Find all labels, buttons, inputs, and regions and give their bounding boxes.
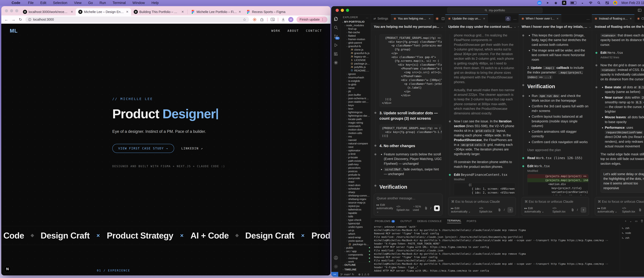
site-info-icon[interactable] — [28, 18, 31, 21]
finish-update-button[interactable]: Finish update ⋮ — [296, 16, 328, 23]
new-chat-icon[interactable]: + — [445, 25, 445, 29]
profile-avatar[interactable]: M — [288, 17, 294, 22]
explorer-more-icon[interactable]: … — [366, 16, 368, 19]
dots-icon[interactable]: … — [513, 16, 516, 20]
tree-item-locate-path[interactable]: ›locate-path — [340, 117, 371, 121]
tab-close-icon[interactable]: ✕ — [483, 17, 485, 20]
tree-item-scheduler[interactable]: ›scheduler — [340, 187, 371, 190]
command-center-search[interactable]: my-portfolio — [447, 7, 542, 13]
maximize-window-button[interactable] — [346, 9, 349, 12]
battery-icon[interactable] — [570, 1, 576, 4]
editor-tab[interactable]: Instead of floating orbs...✕ — [592, 14, 634, 23]
menu-item-go[interactable]: Go — [85, 1, 96, 5]
tab-close-icon[interactable]: ✕ — [556, 17, 558, 20]
site-nav-link-work[interactable]: WORK — [271, 29, 280, 32]
tree-item-which[interactable]: ›which — [340, 232, 371, 236]
tree-item-src-app[interactable]: ⌄src / app — [340, 250, 371, 253]
tree-item-license[interactable]: §LICENSE — [340, 58, 371, 62]
stop-button[interactable] — [434, 205, 440, 211]
tree-item-nanoid[interactable]: ›nanoid — [340, 138, 371, 142]
tree-item-shebang-command[interactable]: ›shebang-command — [340, 194, 371, 197]
attach-icon[interactable] — [424, 207, 428, 210]
tree-item-public[interactable]: ›public — [340, 246, 371, 250]
context-file-chip[interactable]: </> Splash.tsx — [552, 207, 568, 213]
send-button[interactable]: ↑ — [508, 207, 513, 213]
tree-item-isexe[interactable]: ›isexe — [340, 86, 371, 90]
terminal-dropdown-icon[interactable]: ⌄ — [630, 220, 632, 223]
menu-item-help[interactable]: Help — [148, 1, 162, 5]
control-center-icon[interactable] — [605, 1, 609, 5]
bookmark-star-icon[interactable]: ☆ — [243, 17, 246, 22]
close-window-button[interactable] — [5, 9, 8, 12]
tree-item-p-locate[interactable]: ›p-locate — [340, 156, 371, 159]
browser-tab[interactable]: localhost:3000/work/recess-s✕ — [20, 8, 76, 15]
split-terminal-icon[interactable]: ▭ — [635, 220, 638, 223]
browser-tab[interactable]: Michelle Lee – Design Engine✕ — [76, 8, 131, 15]
terminal-instance[interactable]: zsh — [622, 235, 644, 240]
tab-close-icon[interactable]: ✕ — [428, 17, 431, 20]
chat-session-header[interactable]: Update the copy under the context secti.… — [446, 23, 519, 31]
remote-indicator[interactable]: >< — [331, 272, 338, 277]
browser-tab[interactable]: Building This Portfolio – Mich✕ — [131, 8, 186, 15]
tree-item-optionator[interactable]: ›optionator — [340, 149, 371, 152]
menu-item-selection[interactable]: Selection — [50, 1, 71, 5]
editor-tab[interactable]: When I hover over the lo...✕ — [519, 14, 561, 23]
tree-item-tslib[interactable]: ›tslib — [340, 215, 371, 218]
tree-item-jiti[interactable]: ›jiti — [340, 90, 371, 93]
site-logo[interactable]: ML — [10, 28, 18, 34]
site-nav-link-about[interactable]: ABOUT — [288, 29, 299, 32]
tree-item-path-exists[interactable]: ›path-exists — [340, 159, 371, 163]
chat-messages[interactable]: <canvas> that draws each dot with opacit… — [592, 31, 644, 195]
chat-session-header[interactable]: You are helping me build my personal po.… — [371, 23, 445, 31]
slash-command-icon[interactable]: / — [577, 208, 578, 212]
account-icon[interactable] — [334, 256, 338, 260]
editor-tab[interactable]: Update the copy under th...✕ — [446, 14, 488, 23]
menu-item-window[interactable]: Window — [129, 1, 148, 5]
tree-item-glob-parent[interactable]: ›glob-parent — [340, 41, 371, 44]
tree-item-keyv[interactable]: ›keyv — [340, 103, 371, 107]
tree-item-type-check[interactable]: ›type-check — [340, 218, 371, 222]
tree-item-source-map-js[interactable]: ›source-map-js — [340, 201, 371, 204]
tree-item-undici-types[interactable]: ›undici-types — [340, 225, 371, 229]
menu-item-edit[interactable]: Edit — [37, 1, 50, 5]
tree-item-styled-jsx[interactable]: ›styled-jsx — [340, 204, 371, 208]
tree-item-motion-utils[interactable]: ›motion-utils — [340, 131, 371, 135]
back-button[interactable]: ← — [4, 17, 8, 22]
settings-gear-icon[interactable] — [334, 264, 338, 269]
nextjs-dev-badge[interactable]: N — [4, 266, 11, 272]
sidebar-section-outline[interactable]: ›OUTLINE — [340, 263, 371, 267]
edit-mode-selector[interactable]: ▸▸ Edit automatically ⌄ — [376, 203, 393, 213]
tree-item--package-lock-json[interactable]: {}.package-lock.json — [340, 243, 371, 246]
tree-item-levn[interactable]: ›levn — [340, 107, 371, 110]
tree-item-framer-motion[interactable]: ›framer-motion — [340, 37, 371, 41]
editor-tab[interactable]: ⇄Settings — [371, 14, 391, 23]
terminal-output[interactable]: error: unknown command 'auth' michelle@M… — [371, 224, 620, 272]
chat-messages[interactable]: {PRODUCT_FEATURE_GROUPS.map((fg) => ( <d… — [371, 31, 445, 192]
attach-icon[interactable] — [571, 208, 574, 212]
menu-item-file[interactable]: File — [25, 1, 37, 5]
panel-tab-terminal[interactable]: TERMINAL — [447, 219, 461, 223]
tab-close-icon[interactable]: ✕ — [126, 10, 128, 14]
site-nav-link-contact[interactable]: CONTACT — [306, 29, 322, 32]
user-status-icon[interactable]: ◒ — [580, 1, 584, 5]
minimize-window-button[interactable] — [341, 9, 344, 12]
git-branch-item[interactable]: main* ↻ — [338, 273, 356, 276]
dots-icon[interactable]: … — [586, 16, 590, 20]
extensions-icon[interactable] — [334, 52, 338, 56]
problems-item[interactable]: ⊗1 ⚠0 — [356, 273, 371, 276]
attach-icon[interactable] — [638, 208, 642, 212]
new-chat-icon[interactable]: + — [518, 25, 519, 29]
maximize-window-button[interactable] — [15, 9, 18, 12]
menu-item-view[interactable]: View — [71, 1, 85, 5]
tree-item-tapable[interactable]: ›tapable — [340, 211, 371, 215]
tree-item-lightningcss[interactable]: ›lightningcss — [340, 110, 371, 114]
edit-mode-selector[interactable]: ▸▸ Edit automatically ⌄ — [524, 207, 549, 213]
tree-item-path-key[interactable]: ›path-key — [340, 163, 371, 166]
attach-icon[interactable] — [498, 208, 501, 212]
address-bar[interactable]: localhost:3000 ☆ — [25, 16, 249, 22]
tree-item-node-modules[interactable]: ⌄node_modules — [340, 23, 371, 27]
search-icon[interactable] — [334, 25, 338, 30]
tree-item-flatted[interactable]: ›flatted — [340, 34, 371, 37]
tree-item-punycode[interactable]: ›punycode — [340, 176, 371, 180]
tree-item-is-extglob[interactable]: ›is-extglob — [340, 79, 371, 83]
